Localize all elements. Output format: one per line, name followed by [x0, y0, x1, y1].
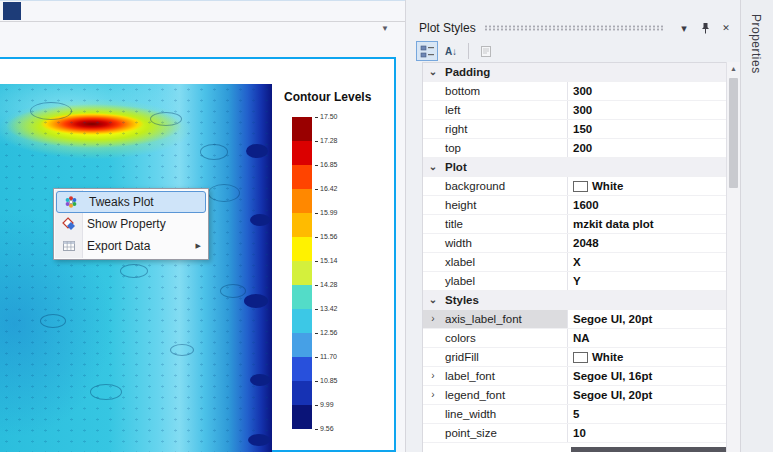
property-row-point-size[interactable]: point_size 10 — [423, 424, 728, 443]
panel-header[interactable]: Plot Styles ▾ ✕ — [406, 16, 740, 40]
category-expanded-icon[interactable]: ⌄ — [423, 63, 443, 81]
property-row-ylabel[interactable]: ylabel Y — [423, 272, 728, 291]
property-name: xlabel — [443, 253, 568, 271]
property-value[interactable]: mzkit data plot — [568, 215, 728, 233]
colorbar-segment — [292, 285, 312, 309]
tick-label: 17.50 — [315, 113, 338, 121]
property-value[interactable]: Segoe UI, 20pt — [568, 386, 728, 404]
tick-label: 10.85 — [315, 377, 338, 385]
property-value[interactable]: X — [568, 253, 728, 271]
toolbar-separator — [468, 43, 469, 59]
property-value[interactable]: Y — [568, 272, 728, 290]
property-name: point_size — [443, 424, 568, 442]
property-value[interactable]: Segoe UI, 20pt — [568, 310, 728, 328]
property-row-right[interactable]: right 150 — [423, 120, 728, 139]
row-gutter — [423, 234, 443, 252]
property-pages-button — [475, 41, 497, 61]
property-row-top[interactable]: top 200 — [423, 139, 728, 158]
autohide-tab-strip: Properties — [740, 0, 773, 452]
scrollbar-thumb[interactable] — [729, 78, 738, 188]
property-row-background[interactable]: background White — [423, 177, 728, 196]
property-row-colors[interactable]: colors NA — [423, 329, 728, 348]
sort-alphabetical-button[interactable]: A↓ — [440, 41, 462, 61]
property-value[interactable]: 200 — [568, 139, 728, 157]
contour-ring — [40, 314, 66, 328]
property-name: bottom — [443, 82, 568, 100]
property-value[interactable]: 10 — [568, 424, 728, 442]
scroll-up-icon[interactable]: ▲ — [727, 62, 740, 75]
row-gutter — [423, 253, 443, 271]
contour-blob — [250, 374, 270, 386]
property-value[interactable]: 300 — [568, 101, 728, 119]
category-expanded-icon[interactable]: ⌄ — [423, 158, 443, 176]
tick-label: 14.28 — [315, 281, 338, 289]
colorbar-segment — [292, 357, 312, 381]
property-row-bottom[interactable]: bottom 300 — [423, 82, 728, 101]
row-gutter — [423, 215, 443, 233]
row-gutter — [423, 177, 443, 195]
row-gutter — [423, 272, 443, 290]
property-name: label_font — [443, 367, 568, 385]
colorbar-segment — [292, 213, 312, 237]
category-row-styles[interactable]: ⌄ Styles — [423, 291, 728, 310]
property-value[interactable]: NA — [568, 329, 728, 347]
panel-grip[interactable] — [484, 25, 663, 31]
expand-icon[interactable]: › — [423, 386, 443, 404]
menu-item-label: Tweaks Plot — [85, 195, 205, 209]
property-row-label-font[interactable]: › label_font Segoe UI, 16pt — [423, 367, 728, 386]
expand-icon[interactable]: › — [423, 310, 443, 328]
property-row-left[interactable]: left 300 — [423, 101, 728, 120]
property-value[interactable]: White — [568, 177, 728, 195]
window-position-icon[interactable]: ▾ — [676, 20, 692, 36]
category-label: Styles — [443, 291, 728, 309]
property-value[interactable]: 300 — [568, 82, 728, 100]
categorized-button[interactable] — [416, 41, 438, 61]
category-row-padding[interactable]: ⌄ Padding — [423, 63, 728, 82]
colorbar-segment — [292, 381, 312, 405]
row-gutter — [423, 424, 443, 442]
colorbar-segment — [292, 117, 312, 141]
menu-item-tweaks-plot[interactable]: Tweaks Plot — [56, 191, 206, 213]
property-grid-scrollbar[interactable]: ▲ — [726, 62, 740, 452]
contour-legend: Contour Levels 17.50 17.28 16.85 16.42 1… — [282, 90, 392, 440]
tick-label: 16.85 — [315, 161, 338, 169]
contour-ring — [170, 344, 194, 356]
menu-item-export-data[interactable]: Export Data ▶ — [55, 235, 207, 257]
tab-properties[interactable]: Properties — [749, 14, 763, 74]
property-row-width[interactable]: width 2048 — [423, 234, 728, 253]
property-value[interactable]: Segoe UI, 16pt — [568, 367, 728, 385]
category-expanded-icon[interactable]: ⌄ — [423, 291, 443, 309]
property-row-title[interactable]: title mzkit data plot — [423, 215, 728, 234]
close-icon[interactable]: ✕ — [718, 20, 734, 36]
row-gutter — [423, 139, 443, 157]
property-row-axis-label-font[interactable]: › axis_label_font Segoe UI, 20pt — [423, 310, 728, 329]
property-name: right — [443, 120, 568, 138]
property-value[interactable]: 150 — [568, 120, 728, 138]
combo-dropdown-icon[interactable]: ▼ — [381, 24, 389, 33]
property-row-gridfill[interactable]: gridFill White — [423, 348, 728, 367]
contour-blob — [246, 144, 268, 158]
property-name: title — [443, 215, 568, 233]
row-gutter — [423, 348, 443, 366]
property-value[interactable]: 2048 — [568, 234, 728, 252]
property-value[interactable]: 1600 — [568, 196, 728, 214]
property-name: gridFill — [443, 348, 568, 366]
expand-icon[interactable]: › — [423, 367, 443, 385]
row-gutter — [423, 329, 443, 347]
property-row-line-width[interactable]: line_width 5 — [423, 405, 728, 424]
menu-item-label: Show Property — [83, 217, 207, 231]
property-row-height[interactable]: height 1600 — [423, 196, 728, 215]
category-row-plot[interactable]: ⌄ Plot — [423, 158, 728, 177]
property-row-xlabel[interactable]: xlabel X — [423, 253, 728, 272]
contour-plot-canvas[interactable] — [0, 84, 272, 452]
menu-item-label: Export Data — [83, 239, 196, 253]
property-row-legend-font[interactable]: › legend_font Segoe UI, 20pt — [423, 386, 728, 405]
property-value[interactable]: White — [568, 348, 728, 366]
pin-icon[interactable] — [697, 20, 713, 36]
colorbar — [292, 117, 312, 429]
tick-label: 17.28 — [315, 137, 338, 145]
tweaks-plot-icon — [57, 195, 85, 209]
menu-item-show-property[interactable]: Show Property — [55, 213, 207, 235]
property-value[interactable]: 5 — [568, 405, 728, 423]
colorbar-segment — [292, 405, 312, 429]
